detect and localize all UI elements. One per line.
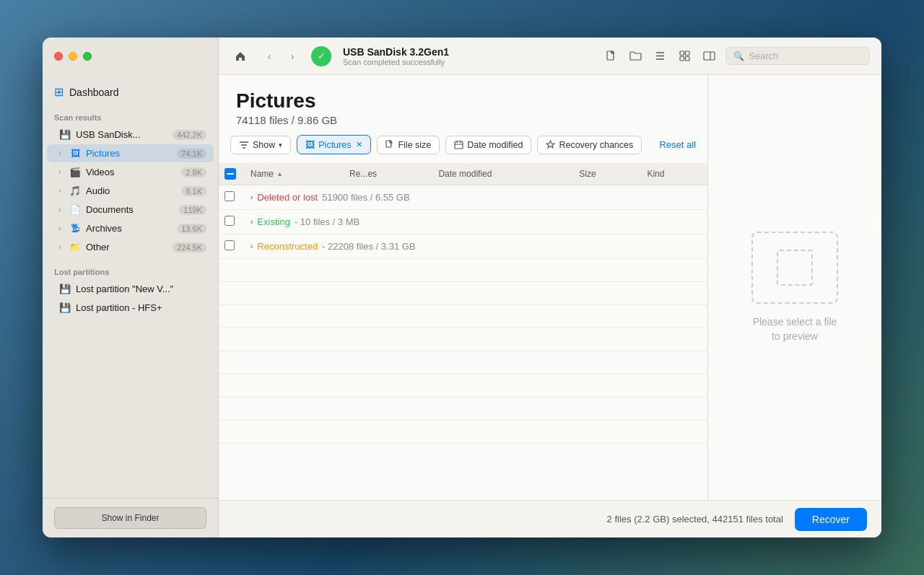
group-row-reconstructed[interactable]: › Reconstructed - 22208 files / 3.31 GB [219,234,707,259]
preview-text: Please select a fileto preview [753,315,837,343]
topbar: ‹ › ✓ USB SanDisk 3.2Gen1 Scan completed… [219,38,881,75]
svg-rect-8 [704,52,715,60]
sidebar-item-count: 442.2K [173,130,206,140]
svg-rect-7 [685,57,689,61]
lost-partitions-label: Lost partitions [43,262,218,279]
group-checkbox[interactable] [225,191,235,201]
group-name-deleted: Deleted or lost [257,192,318,203]
empty-row [219,351,707,374]
date-column-header[interactable]: Date modified [430,163,570,185]
recovery-chances-label: Recovery chances [559,140,633,150]
grid-view-icon [679,51,690,61]
search-icon: 🔍 [733,51,744,61]
preview-box-inner [777,250,813,286]
group-chevron-icon[interactable]: › [250,193,253,201]
minimize-button[interactable] [69,52,77,61]
search-bar[interactable]: 🔍 [725,47,870,65]
group-checkbox[interactable] [225,216,235,226]
group-chevron-icon[interactable]: › [250,218,253,226]
group-row-existing[interactable]: › Existing - 10 files / 3 MB [219,210,707,234]
group-chevron-icon[interactable]: › [250,242,253,250]
recovery-chances-filter-button[interactable]: Recovery chances [537,136,642,154]
group-checkbox-cell[interactable] [219,234,242,259]
reset-all-button[interactable]: Reset all [659,139,696,150]
dashboard-button[interactable]: ⊞ Dashboard [43,81,218,107]
file-size-label: File size [398,140,431,150]
sidebar-item-name: Pictures [86,148,177,159]
close-button[interactable] [54,52,63,61]
size-label: Size [579,169,596,179]
show-in-finder-button[interactable]: Show in Finder [54,507,206,529]
select-all-checkbox[interactable] [225,168,236,180]
recoveries-column-header[interactable]: Re...es [341,163,430,185]
drive-icon: 💾 [58,284,71,294]
sidebar-item-count: 2.8K [181,167,206,177]
new-file-button[interactable] [600,46,622,66]
grid-view-button[interactable] [674,46,695,66]
sidebar-item-name: Lost partition - HFS+ [76,302,206,313]
chevron-icon: › [58,168,66,176]
size-column-header[interactable]: Size [570,163,638,185]
empty-row [219,282,707,305]
device-info: USB SanDisk 3.2Gen1 Scan completed succe… [343,46,594,66]
sidebar-item-archives[interactable]: › 🗜 Archives 13.6K [47,219,214,237]
home-icon [235,51,246,62]
svg-rect-4 [680,51,684,56]
folder-button[interactable] [624,46,646,66]
show-label: Show [253,140,275,150]
grid-icon: ⊞ [54,85,64,99]
sidebar-item-lost-partition-2[interactable]: 💾 Lost partition - HFS+ [47,299,214,317]
sidebar-item-name: Audio [86,185,181,196]
group-row-deleted[interactable]: › Deleted or lost 51900 files / 6.55 GB [219,185,707,210]
content-subtitle: 74118 files / 9.86 GB [236,114,690,126]
sidebar-item-videos[interactable]: › 🎬 Videos 2.8K [47,163,214,181]
forward-button[interactable]: › [282,46,302,66]
group-label-deleted[interactable]: › Deleted or lost 51900 files / 6.55 GB [242,185,707,210]
back-button[interactable]: ‹ [259,46,279,66]
sidebar-item-name: Other [86,242,173,253]
device-title: USB SanDisk 3.2Gen1 [343,46,594,58]
app-window: ⊞ Dashboard Scan results 💾 USB SanDisk..… [43,38,881,537]
nav-buttons: ‹ › [259,46,302,66]
sidebar-item-documents[interactable]: › 📄 Documents 119K [47,201,214,219]
scan-complete-icon: ✓ [311,46,331,66]
sidebar-item-count: 8.1K [181,186,206,196]
sidebar-item-lost-partition-1[interactable]: 💾 Lost partition "New V..." [47,280,214,298]
pictures-filter-button[interactable]: 🖼 Pictures ✕ [297,135,371,154]
sidebar: ⊞ Dashboard Scan results 💾 USB SanDisk..… [43,38,219,537]
group-detail-deleted: 51900 files / 6.55 GB [322,192,409,203]
chevron-icon: › [58,187,66,195]
list-view-button[interactable] [649,46,671,66]
file-size-filter-button[interactable]: File size [377,136,440,154]
group-checkbox-cell[interactable] [219,210,242,234]
name-column-header[interactable]: Name ▲ [242,163,341,185]
select-all-header[interactable] [219,163,242,185]
recover-button[interactable]: Recover [795,508,867,531]
group-checkbox-cell[interactable] [219,185,242,210]
group-detail-existing: - 10 files / 3 MB [295,216,359,227]
sidebar-item-usb[interactable]: 💾 USB SanDisk... 442.2K [47,126,214,144]
minus-icon [227,173,234,175]
group-name-reconstructed: Reconstructed [257,241,318,252]
group-label-existing[interactable]: › Existing - 10 files / 3 MB [242,210,707,234]
selection-info: 2 files (2.2 GB) selected, 442151 files … [607,514,783,524]
search-input[interactable] [749,51,862,61]
sidebar-item-pictures[interactable]: › 🖼 Pictures 74.1K [47,144,214,162]
date-modified-filter-button[interactable]: Date modified [445,136,531,154]
sidebar-item-audio[interactable]: › 🎵 Audio 8.1K [47,182,214,200]
pictures-filter-close[interactable]: ✕ [356,140,362,149]
home-button[interactable] [230,46,250,66]
panel-toggle-button[interactable] [698,46,720,66]
show-filter-button[interactable]: Show ▾ [230,136,291,154]
group-checkbox[interactable] [225,240,235,250]
name-label: Name [250,169,274,179]
maximize-button[interactable] [83,52,92,61]
content-header: Pictures 74118 files / 9.86 GB [219,75,707,135]
sidebar-item-other[interactable]: › 📁 Other 224.5K [47,238,214,256]
dashboard-label: Dashboard [69,87,119,98]
kind-column-header[interactable]: Kind [638,163,707,185]
sidebar-item-name: Lost partition "New V..." [76,284,206,294]
group-label-reconstructed[interactable]: › Reconstructed - 22208 files / 3.31 GB [242,234,707,259]
empty-row [219,259,707,282]
content-area: Pictures 74118 files / 9.86 GB Show ▾ [219,75,881,500]
